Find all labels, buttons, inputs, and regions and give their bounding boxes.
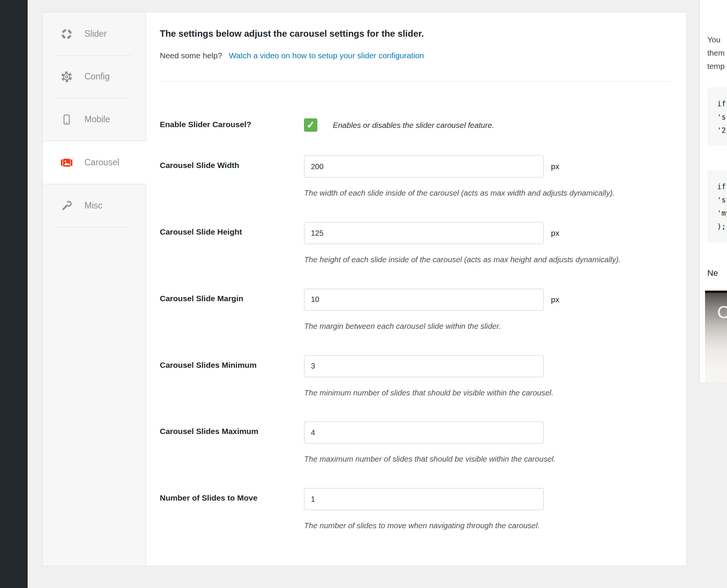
code-snippet-1: if 's '2 xyxy=(707,87,727,146)
tab-label: Carousel xyxy=(84,157,119,168)
page-title: The settings below adjust the carousel s… xyxy=(160,28,671,39)
gear-icon xyxy=(60,70,73,83)
slides-minimum-label: Carousel Slides Minimum xyxy=(160,355,304,399)
smartphone-icon xyxy=(60,113,73,126)
slide-margin-desc: The margin between each carousel slide w… xyxy=(304,320,630,333)
carousel-settings-panel: The settings below adjust the carousel s… xyxy=(146,12,686,566)
carousel-settings-form: Enable Slider Carousel? ✓ Enables or dis… xyxy=(160,118,671,532)
carousel-icon xyxy=(60,156,73,169)
slide-height-row: Carousel Slide Height px The height of e… xyxy=(160,222,671,266)
section-divider xyxy=(160,81,671,82)
px-suffix: px xyxy=(551,162,559,171)
tab-label: Config xyxy=(84,72,109,82)
tab-list-filler xyxy=(43,227,146,566)
enable-carousel-row: Enable Slider Carousel? ✓ Enables or dis… xyxy=(160,118,671,132)
lifebuoy-icon xyxy=(60,28,73,40)
thumbnail-letter: C xyxy=(717,302,727,322)
slide-margin-label: Carousel Slide Margin xyxy=(160,289,304,333)
wp-admin-menu-strip[interactable] xyxy=(0,0,28,588)
slides-maximum-desc: The maximum number of slides that should… xyxy=(304,453,630,465)
tab-slider[interactable]: Slider xyxy=(43,12,146,55)
slides-minimum-row: Carousel Slides Minimum The minimum numb… xyxy=(160,355,671,399)
slides-to-move-input[interactable] xyxy=(304,488,544,510)
slide-width-label: Carousel Slide Width xyxy=(160,156,304,199)
tab-label: Slider xyxy=(84,29,107,39)
code-snippet-2: if 's 'my ); xyxy=(707,170,727,243)
slide-width-desc: The width of each slide inside of the ca… xyxy=(304,187,630,199)
tab-carousel[interactable]: Carousel xyxy=(43,141,146,184)
slides-to-move-desc: The number of slides to move when naviga… xyxy=(304,519,630,532)
slides-minimum-desc: The minimum number of slides that should… xyxy=(304,386,630,399)
slides-to-move-row: Number of Slides to Move The number of s… xyxy=(160,488,671,532)
tab-label: Misc xyxy=(84,201,102,211)
wrench-icon xyxy=(60,199,73,212)
checkmark-icon: ✓ xyxy=(307,119,315,131)
slides-maximum-input[interactable] xyxy=(304,422,544,443)
settings-card: Slider Config Mobile xyxy=(42,12,686,566)
slides-to-move-label: Number of Slides to Move xyxy=(160,488,304,532)
help-line: Need some help? Watch a video on how to … xyxy=(160,51,671,60)
slide-height-desc: The height of each slide inside of the c… xyxy=(304,253,630,266)
slides-maximum-row: Carousel Slides Maximum The maximum numb… xyxy=(160,422,671,465)
docs-subheading: Ne xyxy=(707,268,727,278)
video-thumbnail[interactable]: C xyxy=(705,291,727,382)
slides-maximum-label: Carousel Slides Maximum xyxy=(160,422,304,465)
docs-side-panel: You them temp if 's '2 if 's 'my ); Ne C xyxy=(699,0,727,382)
settings-tab-list: Slider Config Mobile xyxy=(43,12,146,566)
slide-height-label: Carousel Slide Height xyxy=(160,222,304,266)
tab-config[interactable]: Config xyxy=(43,55,146,98)
enable-carousel-desc: Enables or disables the slider carousel … xyxy=(333,121,494,130)
help-video-link[interactable]: Watch a video on how to setup your slide… xyxy=(229,51,424,60)
tab-misc[interactable]: Misc xyxy=(43,184,146,227)
slide-margin-input[interactable] xyxy=(304,289,544,311)
slide-margin-row: Carousel Slide Margin px The margin betw… xyxy=(160,289,671,333)
enable-carousel-label: Enable Slider Carousel? xyxy=(160,118,304,132)
enable-carousel-checkbox[interactable]: ✓ xyxy=(304,118,317,132)
help-prefix: Need some help? xyxy=(160,51,222,60)
px-suffix: px xyxy=(551,229,559,238)
slide-height-input[interactable] xyxy=(304,222,544,244)
slide-width-row: Carousel Slide Width px The width of eac… xyxy=(160,156,671,199)
tab-mobile[interactable]: Mobile xyxy=(43,98,146,141)
tab-label: Mobile xyxy=(84,114,110,124)
slide-width-input[interactable] xyxy=(304,156,544,177)
docs-intro-text: You them temp xyxy=(707,33,727,73)
slides-minimum-input[interactable] xyxy=(304,355,544,377)
px-suffix: px xyxy=(551,295,559,304)
